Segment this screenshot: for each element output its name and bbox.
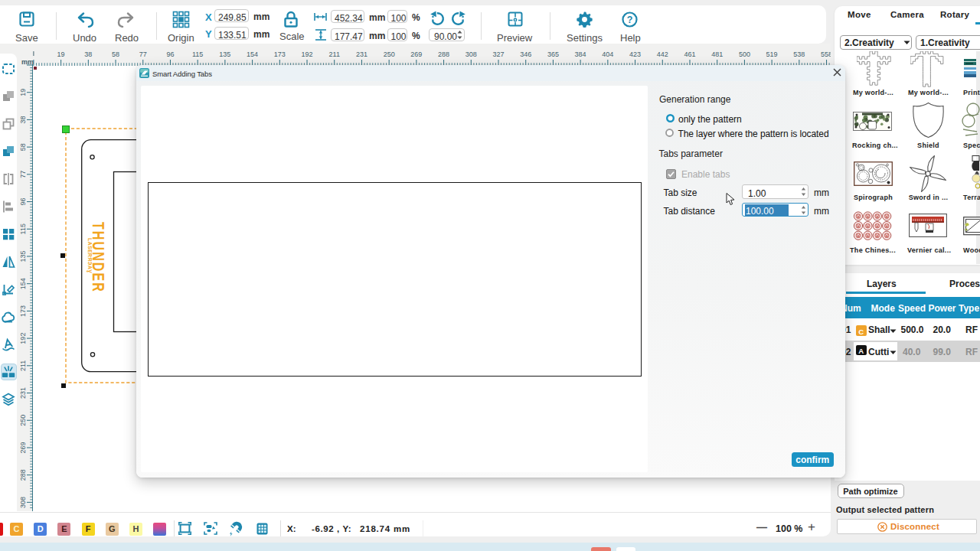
svg-text:442: 442 <box>657 51 668 58</box>
svg-text:231: 231 <box>356 51 368 58</box>
svg-text:269: 269 <box>410 51 422 58</box>
svg-text:327: 327 <box>492 51 504 58</box>
svg-text:231: 231 <box>20 387 28 399</box>
svg-text:308: 308 <box>466 51 477 58</box>
svg-text:365: 365 <box>547 51 559 58</box>
svg-text:154: 154 <box>247 51 258 58</box>
svg-text:211: 211 <box>329 51 340 58</box>
svg-text:115: 115 <box>20 223 28 234</box>
svg-text:154: 154 <box>20 278 28 289</box>
svg-text:38: 38 <box>84 51 92 58</box>
svg-text:192: 192 <box>20 333 28 344</box>
svg-text:96: 96 <box>166 51 174 58</box>
svg-text:461: 461 <box>684 51 695 58</box>
svg-text:19: 19 <box>57 51 65 58</box>
svg-text:308: 308 <box>20 497 28 508</box>
svg-text:211: 211 <box>20 360 28 371</box>
svg-text:500: 500 <box>739 51 750 58</box>
svg-text:173: 173 <box>20 305 28 317</box>
svg-text:192: 192 <box>302 51 313 58</box>
svg-text:77: 77 <box>139 51 147 58</box>
svg-text:38: 38 <box>20 116 28 123</box>
svg-text:481: 481 <box>711 51 723 58</box>
svg-text:?: ? <box>627 15 633 25</box>
svg-text:288: 288 <box>438 51 449 58</box>
svg-text:288: 288 <box>20 469 28 481</box>
svg-text:269: 269 <box>20 442 28 453</box>
svg-text:19: 19 <box>20 89 28 96</box>
svg-text:58: 58 <box>112 51 119 58</box>
svg-text:346: 346 <box>520 51 531 58</box>
svg-text:135: 135 <box>219 51 230 58</box>
svg-text:115: 115 <box>192 51 203 58</box>
svg-text:250: 250 <box>384 51 395 58</box>
svg-text:558: 558 <box>821 51 831 58</box>
svg-text:173: 173 <box>274 51 286 58</box>
svg-text:58: 58 <box>20 143 28 151</box>
svg-text:538: 538 <box>793 51 805 58</box>
svg-text:384: 384 <box>575 51 586 58</box>
svg-text:423: 423 <box>629 51 641 58</box>
svg-text:404: 404 <box>602 51 613 58</box>
svg-text:250: 250 <box>20 415 28 426</box>
svg-text:519: 519 <box>766 51 778 58</box>
svg-text:96: 96 <box>20 198 28 206</box>
svg-text:135: 135 <box>20 250 28 262</box>
svg-text:77: 77 <box>20 171 28 178</box>
